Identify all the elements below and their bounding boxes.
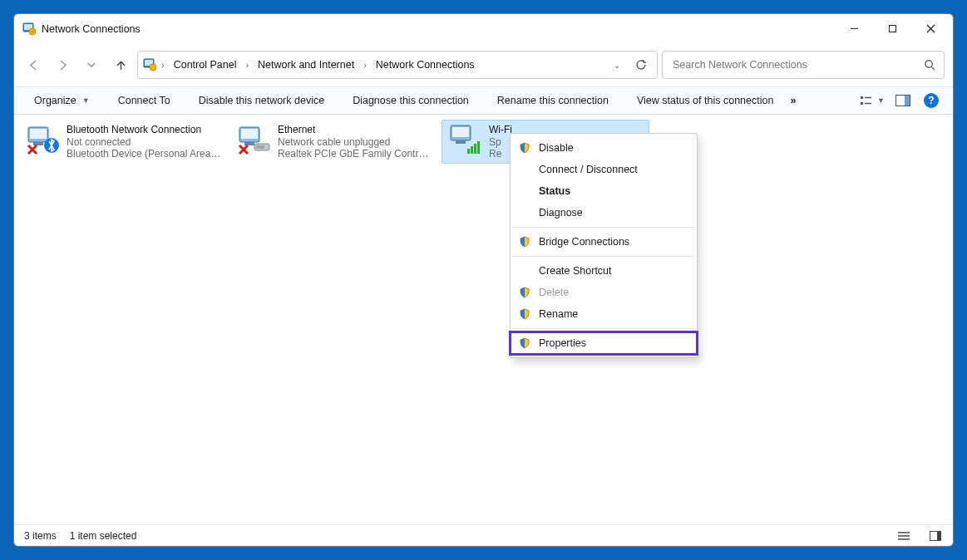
svg-rect-34 bbox=[467, 149, 470, 154]
caption-buttons bbox=[835, 17, 950, 42]
search-icon[interactable] bbox=[924, 59, 935, 71]
svg-rect-19 bbox=[30, 129, 47, 139]
connection-device: Realtek PCIe GbE Family Controller bbox=[278, 148, 432, 160]
window: Network Connections › Control Panel › Ne… bbox=[13, 13, 954, 547]
ctx-properties[interactable]: Properties bbox=[511, 332, 697, 354]
connection-ethernet[interactable]: Ethernet Network cable unplugged Realtek… bbox=[230, 120, 438, 164]
shield-icon bbox=[519, 142, 530, 154]
menu-separator bbox=[512, 256, 695, 257]
adapter-icon bbox=[447, 124, 484, 157]
menu-separator bbox=[512, 227, 695, 228]
svg-rect-35 bbox=[471, 146, 473, 154]
up-button[interactable] bbox=[108, 52, 133, 78]
preview-pane-button[interactable] bbox=[893, 91, 913, 111]
search-box[interactable] bbox=[662, 51, 945, 79]
context-menu: Disable Connect / Disconnect Status Diag… bbox=[510, 133, 698, 358]
svg-rect-42 bbox=[937, 532, 940, 540]
disable-device-button[interactable]: Disable this network device bbox=[190, 91, 333, 110]
svg-rect-33 bbox=[456, 140, 466, 144]
shield-icon bbox=[519, 308, 530, 320]
location-icon bbox=[143, 58, 156, 71]
overflow-button[interactable]: » bbox=[782, 91, 804, 110]
ctx-rename[interactable]: Rename bbox=[511, 303, 697, 325]
view-options-button[interactable] bbox=[856, 91, 876, 111]
svg-rect-4 bbox=[889, 26, 895, 32]
adapter-icon bbox=[25, 124, 62, 157]
connection-name: Ethernet bbox=[278, 124, 432, 135]
selection-count: 1 item selected bbox=[70, 530, 137, 542]
forward-button[interactable] bbox=[50, 52, 75, 78]
connection-status: Not connected bbox=[67, 136, 221, 148]
diagnose-connection-button[interactable]: Diagnose this connection bbox=[344, 91, 477, 110]
app-icon bbox=[22, 22, 36, 36]
svg-rect-28 bbox=[256, 145, 264, 149]
breadcrumb-control-panel[interactable]: Control Panel bbox=[170, 56, 241, 73]
svg-point-10 bbox=[925, 61, 932, 67]
ctx-status[interactable]: Status bbox=[511, 180, 697, 202]
rename-connection-button[interactable]: Rename this connection bbox=[489, 91, 617, 110]
help-button[interactable]: ? bbox=[921, 91, 941, 111]
connections-list: Bluetooth Network Connection Not connect… bbox=[14, 115, 953, 169]
svg-point-9 bbox=[150, 64, 156, 71]
ctx-diagnose[interactable]: Diagnose bbox=[511, 202, 697, 224]
title-bar: Network Connections bbox=[14, 14, 953, 43]
ctx-create-shortcut[interactable]: Create Shortcut bbox=[511, 260, 697, 282]
connection-status: Network cable unplugged bbox=[278, 136, 432, 148]
ctx-bridge-connections[interactable]: Bridge Connections bbox=[511, 231, 697, 253]
ctx-connect-disconnect[interactable]: Connect / Disconnect bbox=[511, 159, 697, 180]
svg-rect-20 bbox=[33, 142, 43, 145]
content-area[interactable]: Bluetooth Network Connection Not connect… bbox=[14, 115, 953, 524]
connection-device: Bluetooth Device (Personal Area ... bbox=[67, 148, 221, 160]
shield-icon bbox=[519, 236, 530, 248]
large-icons-view-button[interactable] bbox=[928, 529, 943, 543]
back-button[interactable] bbox=[21, 52, 46, 78]
svg-rect-36 bbox=[474, 144, 476, 154]
view-options-dropdown-icon[interactable]: ▼ bbox=[877, 96, 885, 105]
svg-rect-26 bbox=[244, 142, 254, 145]
connection-bluetooth[interactable]: Bluetooth Network Connection Not connect… bbox=[19, 120, 227, 164]
details-view-button[interactable] bbox=[896, 529, 911, 543]
item-count: 3 items bbox=[24, 530, 57, 542]
svg-rect-37 bbox=[477, 141, 480, 154]
address-bar[interactable]: › Control Panel › Network and Internet ›… bbox=[137, 51, 658, 79]
connect-to-button[interactable]: Connect To bbox=[110, 91, 179, 110]
svg-line-11 bbox=[931, 66, 935, 70]
window-title: Network Connections bbox=[22, 22, 141, 36]
shield-icon bbox=[519, 287, 530, 298]
shield-icon bbox=[519, 337, 530, 349]
svg-rect-13 bbox=[861, 102, 863, 105]
command-bar: Organize▼ Connect To Disable this networ… bbox=[14, 86, 953, 115]
chevron-right-icon[interactable]: › bbox=[244, 60, 250, 70]
ctx-disable[interactable]: Disable bbox=[511, 137, 697, 159]
chevron-right-icon[interactable]: › bbox=[160, 60, 166, 70]
adapter-icon bbox=[236, 124, 273, 157]
view-status-button[interactable]: View status of this connection bbox=[629, 91, 782, 110]
organize-button[interactable]: Organize▼ bbox=[26, 91, 98, 110]
status-bar: 3 items 1 item selected bbox=[14, 524, 953, 546]
maximize-button[interactable] bbox=[873, 17, 911, 42]
close-button[interactable] bbox=[911, 17, 950, 42]
svg-rect-17 bbox=[905, 96, 910, 106]
window-title-text: Network Connections bbox=[42, 23, 141, 35]
address-dropdown-icon[interactable]: ⌄ bbox=[609, 59, 625, 71]
connection-name: Bluetooth Network Connection bbox=[67, 124, 221, 135]
svg-rect-12 bbox=[861, 96, 863, 99]
recent-locations-button[interactable] bbox=[79, 52, 104, 78]
breadcrumb-network-internet[interactable]: Network and Internet bbox=[254, 56, 358, 73]
svg-rect-25 bbox=[241, 129, 258, 139]
svg-rect-32 bbox=[452, 127, 469, 137]
refresh-button[interactable] bbox=[632, 56, 650, 73]
minimize-button[interactable] bbox=[835, 17, 873, 42]
nav-bar: › Control Panel › Network and Internet ›… bbox=[14, 43, 953, 86]
menu-separator bbox=[512, 328, 695, 329]
ctx-delete: Delete bbox=[511, 282, 697, 303]
chevron-right-icon[interactable]: › bbox=[362, 60, 368, 70]
breadcrumb-network-connections[interactable]: Network Connections bbox=[372, 56, 479, 73]
search-input[interactable] bbox=[673, 59, 924, 71]
